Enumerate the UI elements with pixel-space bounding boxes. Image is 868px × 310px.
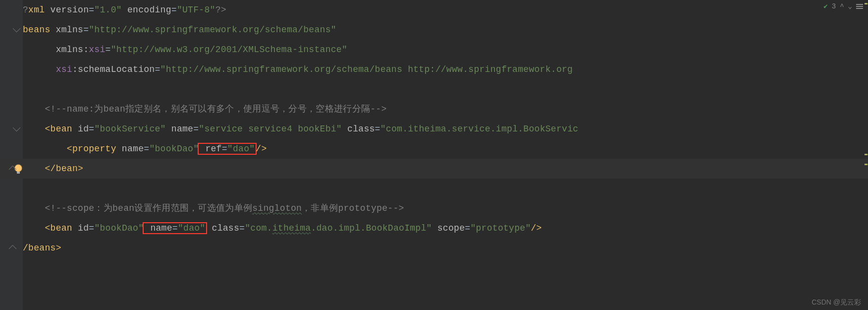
check-icon: ✔: [823, 2, 827, 10]
code-line[interactable]: <!--name:为bean指定别名，别名可以有多个，使用逗号，分号，空格进行分…: [23, 99, 868, 119]
code-line[interactable]: [23, 79, 868, 99]
typo-singloton: singloton: [252, 203, 302, 213]
code-line[interactable]: <property name="bookDao" ref="dao"/>: [23, 139, 868, 159]
highlight-ref-dao: ref="dao": [198, 143, 257, 155]
fold-open-icon[interactable]: [13, 25, 21, 33]
code-area[interactable]: ?xml version="1.0" encoding="UTF-8"?> be…: [23, 0, 868, 310]
inspection-widget[interactable]: ✔ 3 ^ ⌄: [823, 2, 863, 10]
problem-count: 3: [832, 2, 836, 10]
highlight-name-dao: name="dao": [143, 222, 207, 234]
code-line[interactable]: xsi:schemaLocation="http://www.springfra…: [23, 60, 868, 79]
watermark: CSDN @见云彩: [812, 298, 861, 307]
code-line[interactable]: <!--scope：为bean设置作用范围，可选值为单例singloton，非单…: [23, 198, 868, 218]
next-problem-icon[interactable]: ⌄: [848, 2, 852, 10]
menu-icon[interactable]: [856, 4, 863, 9]
fold-open-icon[interactable]: [13, 124, 21, 132]
code-line[interactable]: [23, 179, 868, 198]
prev-problem-icon[interactable]: ^: [840, 2, 844, 10]
code-editor[interactable]: ✔ 3 ^ ⌄ ?xml version="1.0" encoding="UTF…: [0, 0, 868, 310]
code-line[interactable]: beans xmlns="http://www.springframework.…: [23, 20, 868, 40]
scroll-marker[interactable]: [865, 154, 868, 155]
code-line-active[interactable]: </bean>: [23, 159, 868, 179]
typo-itheima: itheima: [272, 223, 311, 233]
code-line[interactable]: /beans>: [23, 238, 868, 258]
gutter: [0, 0, 23, 310]
scroll-marker[interactable]: [865, 3, 868, 4]
code-line[interactable]: ?xml version="1.0" encoding="UTF-8"?>: [23, 0, 868, 20]
code-line[interactable]: <bean id="bookDao" name="dao" class="com…: [23, 218, 868, 238]
scroll-marker[interactable]: [865, 164, 868, 165]
fold-close-icon[interactable]: [9, 245, 17, 253]
intention-bulb-icon[interactable]: [15, 165, 22, 172]
code-line[interactable]: xmlns:xsi="http://www.w3.org/2001/XMLSch…: [23, 40, 868, 60]
code-line[interactable]: <bean id="bookService" name="service ser…: [23, 119, 868, 139]
